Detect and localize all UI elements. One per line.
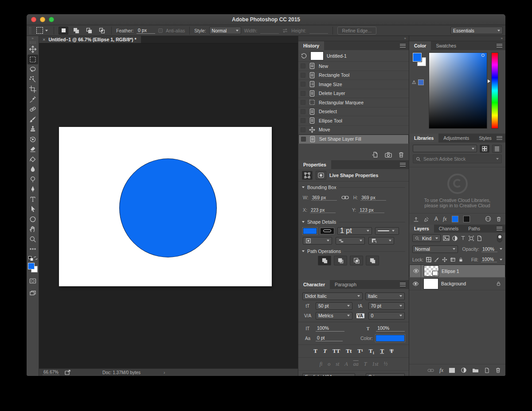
ellipse-shape[interactable] bbox=[119, 158, 217, 257]
history-source-checkbox[interactable] bbox=[301, 73, 305, 78]
panel-menu-icon[interactable] bbox=[400, 283, 406, 286]
layer-thumbnail[interactable] bbox=[423, 278, 438, 289]
y-value-input[interactable]: 123 px bbox=[359, 207, 384, 213]
swap-dimensions-icon[interactable] bbox=[282, 28, 288, 33]
foreground-color-swatch[interactable] bbox=[28, 263, 35, 269]
history-step[interactable]: Rectangular Marquee bbox=[298, 98, 409, 107]
history-step[interactable]: Rectangle Tool bbox=[298, 71, 409, 80]
layer-row-background[interactable]: Background bbox=[409, 277, 505, 290]
history-source-checkbox[interactable] bbox=[301, 100, 305, 105]
selection-mode-subtract-button[interactable] bbox=[84, 27, 94, 35]
default-swap-colors[interactable] bbox=[28, 256, 38, 261]
panel-menu-icon[interactable] bbox=[497, 136, 502, 140]
underline-button[interactable]: T bbox=[380, 348, 384, 355]
gamut-color-swatch[interactable] bbox=[418, 79, 424, 85]
graphic-icon[interactable] bbox=[424, 216, 430, 222]
trash-icon[interactable] bbox=[398, 151, 404, 158]
layer-name[interactable]: Ellipse 1 bbox=[442, 269, 459, 274]
discretionary-ligatures-button[interactable]: st bbox=[336, 361, 339, 368]
mask-properties-button[interactable] bbox=[316, 171, 326, 180]
feather-input[interactable]: 0 px bbox=[137, 28, 155, 34]
share-icon[interactable] bbox=[65, 370, 70, 375]
add-mask-icon[interactable] bbox=[449, 368, 455, 373]
combine-shapes-button[interactable] bbox=[318, 256, 331, 265]
quick-selection-tool[interactable] bbox=[27, 75, 38, 85]
history-snapshot-row[interactable]: Untitled-1 bbox=[298, 50, 409, 62]
add-layer-style-icon[interactable]: fx bbox=[443, 216, 447, 222]
stroke-caps-select[interactable] bbox=[336, 237, 365, 245]
zoom-level-input[interactable]: 66.67% bbox=[43, 370, 59, 375]
visibility-cell[interactable] bbox=[411, 277, 421, 290]
pen-tool[interactable] bbox=[27, 184, 38, 194]
bounding-box-section-header[interactable]: Bounding Box bbox=[298, 183, 409, 191]
gamut-warning[interactable]: ⚠ bbox=[412, 79, 424, 85]
leading-select[interactable]: 70 pt bbox=[368, 302, 405, 310]
layer-row-ellipse[interactable]: Ellipse 1 bbox=[409, 265, 505, 277]
ordinals-button[interactable]: 1st bbox=[372, 361, 378, 368]
new-group-icon[interactable] bbox=[472, 368, 479, 373]
style-select[interactable]: Normal bbox=[209, 27, 241, 34]
collapse-dock-button[interactable]: » bbox=[298, 36, 409, 41]
exclude-shapes-button[interactable] bbox=[366, 256, 379, 265]
history-brush-tool[interactable] bbox=[27, 134, 38, 145]
language-select[interactable]: English: USA bbox=[302, 373, 355, 376]
add-stroke-color-swatch[interactable] bbox=[463, 216, 470, 222]
kerning-select[interactable]: Metrics bbox=[316, 312, 352, 320]
move-tool[interactable] bbox=[27, 44, 38, 55]
filter-adjustment-layers-icon[interactable] bbox=[452, 235, 458, 241]
gradient-tool[interactable] bbox=[27, 154, 38, 165]
subtract-shape-button[interactable] bbox=[334, 256, 347, 265]
ellipse-shape-tool[interactable] bbox=[27, 214, 38, 225]
filter-type-layers-icon[interactable] bbox=[460, 235, 466, 241]
width-input[interactable] bbox=[260, 28, 279, 34]
strikethrough-button[interactable]: T bbox=[390, 348, 394, 355]
lock-all-icon[interactable] bbox=[458, 257, 463, 262]
panel-menu-icon[interactable] bbox=[497, 227, 502, 230]
font-style-select[interactable]: Italic bbox=[365, 292, 405, 300]
fractions-button[interactable]: ½ bbox=[383, 361, 387, 368]
contextual-alternates-button[interactable]: o bbox=[328, 361, 330, 368]
chevron-down-icon[interactable] bbox=[500, 248, 502, 250]
superscript-button[interactable]: T¹ bbox=[357, 348, 363, 355]
hue-slider-marker[interactable] bbox=[488, 79, 490, 83]
tab-layers[interactable]: Layers bbox=[409, 225, 434, 233]
close-window-button[interactable] bbox=[31, 17, 36, 22]
font-size-select[interactable]: 50 pt bbox=[316, 302, 352, 310]
camera-icon[interactable] bbox=[385, 152, 392, 158]
link-layers-icon[interactable] bbox=[427, 368, 434, 372]
hue-slider[interactable] bbox=[491, 52, 498, 129]
lock-pixels-icon[interactable] bbox=[434, 257, 439, 262]
layer-name[interactable]: Background bbox=[441, 281, 466, 286]
library-select[interactable] bbox=[413, 145, 477, 152]
close-tab-icon[interactable]: × bbox=[43, 37, 45, 42]
upload-icon[interactable] bbox=[413, 216, 419, 222]
anti-alias-select[interactable]: Crisp bbox=[366, 373, 405, 376]
anti-alias-checkbox[interactable] bbox=[158, 28, 163, 33]
workspace-select[interactable]: Essentials bbox=[450, 27, 503, 34]
crop-tool[interactable] bbox=[27, 84, 38, 95]
refine-edge-button[interactable]: Refine Edge... bbox=[337, 27, 377, 35]
filter-kind-select[interactable]: Kind bbox=[412, 234, 441, 242]
history-source-checkbox[interactable] bbox=[301, 82, 305, 87]
new-document-from-state-icon[interactable] bbox=[372, 151, 379, 158]
tab-paragraph[interactable]: Paragraph bbox=[330, 280, 361, 289]
tab-adjustments[interactable]: Adjustments bbox=[438, 134, 474, 142]
trash-icon[interactable] bbox=[496, 216, 501, 222]
swash-button[interactable]: A bbox=[344, 361, 348, 368]
zoom-window-button[interactable] bbox=[49, 17, 54, 22]
tab-paths[interactable]: Paths bbox=[463, 225, 485, 233]
path-selection-tool[interactable] bbox=[27, 204, 38, 214]
lock-position-icon[interactable] bbox=[442, 257, 447, 262]
screen-mode-button[interactable] bbox=[27, 288, 38, 299]
list-view-button[interactable] bbox=[492, 145, 502, 153]
collapse-dock-button[interactable]: » bbox=[409, 36, 505, 41]
lock-artboard-icon[interactable] bbox=[450, 257, 456, 262]
brush-tool[interactable] bbox=[27, 115, 38, 125]
search-adobe-stock-field[interactable]: Search Adobe Stock bbox=[413, 154, 502, 163]
history-source-checkbox[interactable] bbox=[301, 137, 306, 142]
shape-stroke-swatch[interactable] bbox=[320, 228, 334, 234]
blend-mode-select[interactable]: Normal bbox=[412, 245, 458, 253]
document-tab[interactable]: × Untitled–1 @ 66.7% (Ellipse 1, RGB/8*)… bbox=[39, 36, 141, 43]
tab-swatches[interactable]: Swatches bbox=[431, 41, 461, 50]
tab-styles[interactable]: Styles bbox=[474, 134, 497, 142]
